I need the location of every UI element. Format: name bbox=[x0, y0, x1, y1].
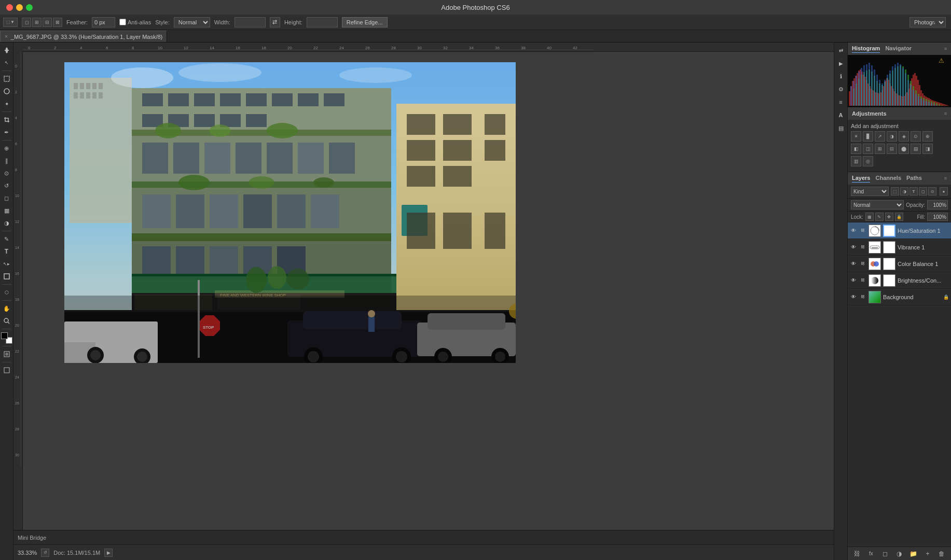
rt-play-icon[interactable]: ▶ bbox=[835, 58, 847, 69]
tab-histogram[interactable]: Histogram bbox=[852, 45, 880, 53]
tool-3d[interactable]: ⬡ bbox=[1, 287, 12, 298]
tool-eraser[interactable]: ◻ bbox=[1, 192, 12, 204]
adj-colorlookup-icon[interactable]: ⊟ bbox=[887, 144, 897, 154]
layer-visibility-eye-1[interactable]: 👁 bbox=[850, 227, 857, 234]
layer-item-vibrance[interactable]: 👁 ⛓ Vibrance 1 bbox=[848, 239, 951, 256]
layer-item-brightness[interactable]: 👁 ⛓ Brightness/Con... bbox=[848, 272, 951, 289]
mini-bridge[interactable]: Mini Bridge bbox=[13, 530, 834, 544]
layer-link-5[interactable]: ⛓ bbox=[859, 293, 866, 301]
tool-path-select[interactable]: ↖▸ bbox=[1, 258, 12, 270]
tool-heal[interactable]: ⊕ bbox=[1, 143, 12, 154]
layer-adj-btn[interactable]: ◑ bbox=[894, 549, 904, 558]
adj-brightness-icon[interactable]: ☀ bbox=[851, 131, 861, 142]
lock-transparent-icon[interactable]: ▦ bbox=[865, 213, 874, 221]
layer-link-1[interactable]: ⛓ bbox=[859, 227, 866, 234]
filter-shape-icon[interactable]: ◻ bbox=[919, 187, 927, 195]
layer-link-2[interactable]: ⛓ bbox=[859, 244, 866, 251]
adj-bw-icon[interactable]: ◧ bbox=[851, 144, 861, 154]
tool-history[interactable]: ↺ bbox=[1, 180, 12, 191]
foreground-color-swatch[interactable] bbox=[1, 332, 8, 339]
adj-huesat-icon[interactable]: ⊙ bbox=[911, 131, 921, 142]
height-input[interactable] bbox=[307, 17, 338, 27]
refine-edge-button[interactable]: Refine Edge... bbox=[342, 17, 388, 27]
tool-eyedropper[interactable]: ✒ bbox=[1, 127, 12, 138]
add-selection-icon[interactable]: ⊞ bbox=[32, 18, 42, 27]
tool-magic-wand[interactable]: ✦ bbox=[1, 98, 12, 109]
adj-posterize-icon[interactable]: ▤ bbox=[911, 144, 921, 154]
tool-preset-picker[interactable]: ⬚▼ bbox=[3, 18, 18, 27]
intersect-selection-icon[interactable]: ⊠ bbox=[53, 18, 62, 27]
adj-curves-icon[interactable]: ↗ bbox=[875, 131, 885, 142]
feather-input[interactable] bbox=[92, 17, 115, 27]
adj-channelmix-icon[interactable]: ⊞ bbox=[875, 144, 885, 154]
close-button[interactable] bbox=[6, 4, 13, 11]
tool-shape[interactable] bbox=[1, 271, 12, 282]
rt-arrows-icon[interactable]: ⇄ bbox=[835, 45, 847, 56]
tool-pen[interactable]: ✎ bbox=[1, 233, 12, 245]
blend-mode-select[interactable]: Normal bbox=[851, 200, 904, 209]
tool-hand[interactable]: ✋ bbox=[1, 303, 12, 314]
tab-navigator[interactable]: Navigator bbox=[885, 45, 912, 53]
tool-arrow[interactable]: ↖ bbox=[1, 57, 12, 68]
adj-levels-icon[interactable]: ▊ bbox=[863, 131, 873, 142]
minimize-button[interactable] bbox=[16, 4, 23, 11]
canvas-content[interactable]: FINE AND WESTERN WINE SHOP bbox=[23, 52, 834, 544]
tab-channels[interactable]: Channels bbox=[875, 175, 901, 183]
layer-item-background[interactable]: 👁 ⛓ Background 🔒 bbox=[848, 289, 951, 305]
tab-paths[interactable]: Paths bbox=[906, 175, 922, 183]
layer-link-3[interactable]: ⛓ bbox=[859, 260, 866, 268]
layer-link-4[interactable]: ⛓ bbox=[859, 277, 866, 284]
adj-exposure-icon[interactable]: ◑ bbox=[887, 131, 897, 142]
document-tab[interactable]: × _MG_9687.JPG @ 33.3% (Hue/Saturation 1… bbox=[0, 31, 167, 42]
adj-threshold-icon[interactable]: ◨ bbox=[922, 144, 933, 154]
tool-lasso[interactable] bbox=[1, 86, 12, 97]
filter-pixel-icon[interactable]: ⬚ bbox=[891, 187, 899, 195]
histogram-header[interactable]: Histogram Navigator ≡ bbox=[848, 43, 951, 55]
tool-brush[interactable]: ∥ bbox=[1, 155, 12, 166]
anti-alias-checkbox[interactable] bbox=[119, 19, 126, 25]
swap-wh-icon[interactable]: ⇄ bbox=[270, 17, 280, 27]
layer-group-btn[interactable]: 📁 bbox=[909, 549, 918, 558]
subtract-selection-icon[interactable]: ⊟ bbox=[43, 18, 52, 27]
tool-screen-mode[interactable] bbox=[1, 365, 12, 376]
tool-quick-mask[interactable] bbox=[1, 348, 12, 360]
layer-item-hue-saturation[interactable]: 👁 ⛓ Hue/Saturation 1 bbox=[848, 222, 951, 239]
layer-mask-btn[interactable]: ◻ bbox=[880, 549, 890, 558]
rt-text-icon[interactable]: A bbox=[835, 109, 847, 121]
layer-visibility-eye-5[interactable]: 👁 bbox=[850, 293, 857, 301]
tab-close-icon[interactable]: × bbox=[5, 34, 8, 39]
layer-style-btn[interactable]: fx bbox=[866, 549, 876, 558]
rt-panel-icon[interactable]: ▤ bbox=[835, 122, 847, 134]
layers-menu-icon[interactable]: ≡ bbox=[944, 176, 947, 181]
adjustments-header[interactable]: Adjustments ≡ bbox=[848, 107, 951, 120]
tool-text[interactable]: T bbox=[1, 246, 12, 257]
tool-move[interactable] bbox=[1, 45, 12, 56]
layers-kind-select[interactable]: Kind bbox=[851, 187, 889, 196]
filter-type-icon[interactable]: T bbox=[909, 187, 918, 195]
width-input[interactable] bbox=[235, 17, 266, 27]
adj-photofilter-icon[interactable]: ◫ bbox=[863, 144, 873, 154]
workspace-select[interactable]: Photography bbox=[909, 17, 946, 27]
rt-settings-icon[interactable]: ⚙ bbox=[835, 83, 847, 95]
tool-zoom[interactable] bbox=[1, 315, 12, 327]
lock-pixels-icon[interactable]: ✎ bbox=[875, 213, 884, 221]
lock-all-icon[interactable]: 🔒 bbox=[895, 213, 903, 221]
layer-visibility-eye-2[interactable]: 👁 bbox=[850, 244, 857, 251]
adj-vibrance-icon[interactable]: ◈ bbox=[899, 131, 909, 142]
adj-colbal-icon[interactable]: ⊕ bbox=[922, 131, 933, 142]
tool-marquee[interactable] bbox=[1, 73, 12, 85]
new-selection-icon[interactable]: ◻ bbox=[22, 18, 31, 27]
adj-selective-icon[interactable]: ◎ bbox=[863, 156, 873, 166]
fill-input[interactable] bbox=[927, 213, 948, 221]
tab-layers[interactable]: Layers bbox=[852, 175, 870, 183]
layer-delete-btn[interactable]: 🗑 bbox=[937, 549, 946, 558]
layer-visibility-eye-4[interactable]: 👁 bbox=[850, 277, 857, 284]
status-forward-button[interactable]: ▶ bbox=[104, 549, 113, 557]
rt-info-icon[interactable]: ℹ bbox=[835, 71, 847, 82]
adjustments-menu-icon[interactable]: ≡ bbox=[944, 111, 947, 116]
tool-gradient[interactable]: ▦ bbox=[1, 205, 12, 216]
adj-invert-icon[interactable]: ⬤ bbox=[899, 144, 909, 154]
adj-gradmap-icon[interactable]: ▥ bbox=[851, 156, 861, 166]
maximize-button[interactable] bbox=[26, 4, 33, 11]
opacity-input[interactable] bbox=[927, 200, 948, 209]
